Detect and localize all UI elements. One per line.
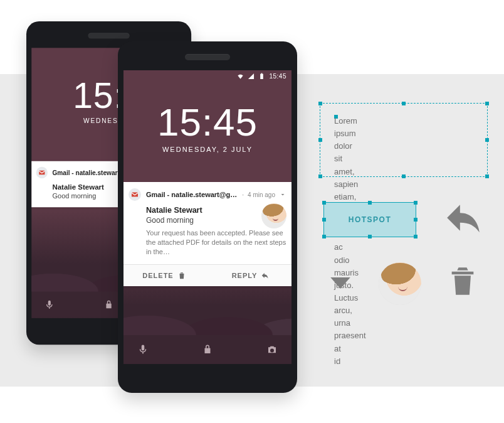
phone-speaker xyxy=(88,33,129,38)
mic-icon[interactable] xyxy=(45,299,55,312)
chevron-down-icon-asset[interactable] xyxy=(323,266,357,303)
lock-icon[interactable] xyxy=(202,344,213,358)
notification-preview: Your request has been accepted. Please s… xyxy=(146,228,286,257)
chevron-down-icon[interactable] xyxy=(279,191,286,198)
text-box-asset[interactable]: Lorem ipsum dolor sit amet, sapien etiam… xyxy=(320,103,488,177)
notification-actions: DELETE REPLY xyxy=(123,264,291,286)
sender-avatar xyxy=(261,203,286,228)
trash-icon-asset[interactable] xyxy=(446,262,479,303)
lorem-text: Lorem ipsum dolor sit amet, sapien etiam… xyxy=(334,115,338,119)
gmail-icon xyxy=(36,167,48,178)
phone-speaker xyxy=(185,54,230,60)
reply-icon-asset[interactable] xyxy=(444,198,483,240)
lock-icon[interactable] xyxy=(103,299,114,312)
reply-button[interactable]: REPLY xyxy=(207,265,291,286)
lockscreen-time: 15:45 xyxy=(123,103,291,142)
lockscreen-shortcuts xyxy=(123,344,291,358)
signal-icon xyxy=(248,73,255,80)
delete-button[interactable]: DELETE xyxy=(123,265,207,286)
avatar-face xyxy=(379,262,421,305)
trash-icon xyxy=(177,271,186,280)
hotspot-asset[interactable]: HOTSPOT xyxy=(323,202,416,237)
battery-icon xyxy=(258,73,265,80)
notification-time: 4 min ago xyxy=(248,191,275,198)
status-bar: 15:45 xyxy=(237,73,286,80)
hotspot-label: HOTSPOT xyxy=(349,215,392,224)
gmail-icon xyxy=(129,188,141,201)
phone-mockup-front: 15:45 15:45 WEDNESDAY, 2 JULY Gmail - na… xyxy=(118,41,297,393)
wifi-icon xyxy=(237,73,244,80)
notification-meta: · 4 min ago xyxy=(242,191,286,198)
avatar-asset[interactable] xyxy=(379,262,421,305)
lockscreen-date: WEDNESDAY, 2 JULY xyxy=(123,146,291,153)
mic-icon[interactable] xyxy=(137,344,149,358)
lockscreen-clock: 15:45 WEDNESDAY, 2 JULY xyxy=(123,103,291,153)
notification-card-expanded[interactable]: Gmail - natalie.stewart@gmail.com · 4 mi… xyxy=(123,182,291,286)
camera-icon[interactable] xyxy=(266,344,278,358)
reply-icon xyxy=(261,271,270,280)
delete-label: DELETE xyxy=(142,272,173,279)
notification-title: Gmail - natalie.stewart@gmail.com xyxy=(146,191,237,198)
phone-screen-front: 15:45 15:45 WEDNESDAY, 2 JULY Gmail - na… xyxy=(123,70,291,364)
status-time: 15:45 xyxy=(269,73,286,80)
reply-label: REPLY xyxy=(232,272,258,279)
